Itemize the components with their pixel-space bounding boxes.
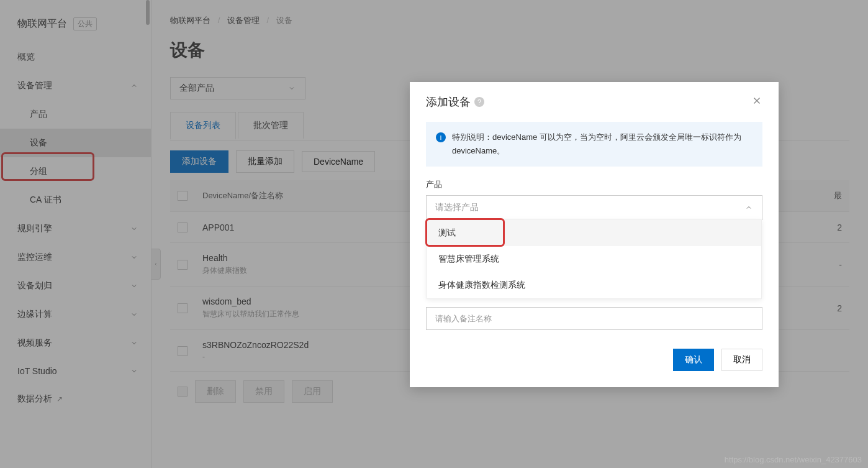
add-device-modal: 添加设备 ? i 特别说明：deviceName 可以为空，当为空时，阿里云会颁…	[410, 82, 779, 387]
product-placeholder: 请选择产品	[435, 202, 479, 213]
watermark: https://blog.csdn.net/weixin_42377603	[725, 455, 862, 464]
help-icon[interactable]: ?	[474, 97, 484, 107]
dropdown-option-test[interactable]: 测试	[427, 220, 761, 246]
cancel-button[interactable]: 取消	[721, 349, 762, 371]
info-banner: i 特别说明：deviceName 可以为空，当为空时，阿里云会颁发全局唯一标识…	[426, 122, 762, 167]
close-icon[interactable]	[751, 95, 762, 109]
annotation-highlight-option	[425, 218, 505, 247]
note-input[interactable]	[426, 307, 762, 330]
confirm-button[interactable]: 确认	[673, 349, 714, 371]
dropdown-option-smartbed[interactable]: 智慧床管理系统	[427, 246, 761, 272]
chevron-up-icon	[744, 203, 753, 212]
dropdown-option-health[interactable]: 身体健康指数检测系统	[427, 272, 761, 298]
product-dropdown-list: 测试 智慧床管理系统 身体健康指数检测系统	[427, 219, 762, 299]
product-label: 产品	[426, 179, 762, 190]
info-text: 特别说明：deviceName 可以为空，当为空时，阿里云会颁发全局唯一标识符作…	[452, 131, 753, 158]
info-icon: i	[436, 132, 446, 142]
modal-title: 添加设备 ?	[426, 94, 484, 109]
product-dropdown[interactable]: 请选择产品 测试 智慧床管理系统 身体健康指数检测系统	[426, 195, 762, 220]
